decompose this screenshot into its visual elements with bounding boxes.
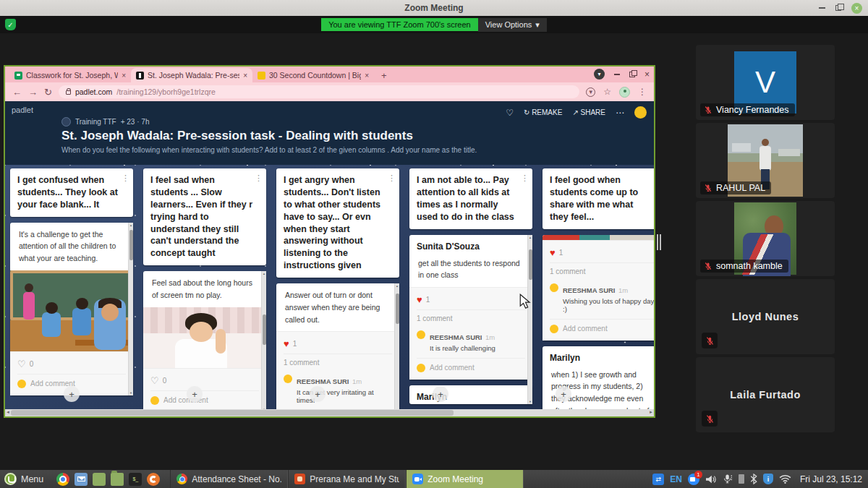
- wifi-icon[interactable]: [779, 474, 791, 484]
- add-post-button[interactable]: +: [556, 386, 571, 402]
- tab-close-icon[interactable]: ×: [122, 72, 126, 80]
- participant-tile-somnath[interactable]: somnath kamble: [696, 201, 835, 276]
- participant-tile-laila[interactable]: Laila Furtado: [696, 357, 835, 432]
- taskbar-window-attendance[interactable]: Attendance Sheet - No...: [170, 470, 288, 488]
- column-menu-icon[interactable]: ⋮: [122, 173, 129, 184]
- column-menu-icon[interactable]: ⋮: [255, 173, 263, 184]
- scroll-right-icon[interactable]: ►: [649, 410, 653, 414]
- install-page-icon[interactable]: ▼: [586, 87, 595, 97]
- restore-icon[interactable]: [835, 5, 841, 11]
- participant-tile-rahul[interactable]: RAHUL PAL: [696, 123, 835, 198]
- taskbar-clock[interactable]: Fri Jul 23, 15:12: [797, 474, 862, 484]
- scroll-left-icon[interactable]: ◄: [6, 410, 10, 414]
- horizontal-scrollbar[interactable]: ◄ ►: [5, 409, 654, 416]
- new-tab-button[interactable]: +: [374, 70, 394, 82]
- add-post-button[interactable]: +: [64, 386, 80, 402]
- close-icon[interactable]: ×: [851, 3, 862, 14]
- mail-launcher-icon[interactable]: [75, 473, 88, 486]
- forward-icon[interactable]: →: [28, 87, 38, 98]
- column-menu-icon[interactable]: ⋮: [388, 173, 396, 184]
- tab-classwork[interactable]: Classwork for St. Joseph, Wada ×: [9, 68, 131, 82]
- reload-icon[interactable]: ↻: [44, 87, 52, 98]
- share-button[interactable]: ↗ SHARE: [572, 108, 605, 116]
- comment-author: REESHMA SURI: [430, 333, 482, 341]
- url-bar[interactable]: padlet.com /training129/yborh9ge1trlzqre: [59, 85, 579, 98]
- scrollbar-thumb[interactable]: [11, 410, 454, 416]
- scrollbar-thumb[interactable]: [129, 230, 133, 260]
- column-header-card[interactable]: I get angry when students... Don't liste…: [276, 168, 399, 278]
- view-options-button[interactable]: View Options ▾: [478, 18, 547, 32]
- scroll-up-icon[interactable]: ▲: [395, 284, 399, 288]
- like-button[interactable]: ♥ 1: [284, 336, 392, 354]
- tab-close-icon[interactable]: ×: [365, 72, 369, 80]
- terminal-icon[interactable]: $_: [129, 473, 142, 486]
- muted-mic-icon: [704, 184, 712, 192]
- like-button[interactable]: ♥ 1: [550, 245, 654, 262]
- like-button[interactable]: ♡ 0: [17, 356, 126, 374]
- user-avatar[interactable]: [634, 106, 647, 119]
- add-post-button[interactable]: +: [187, 386, 203, 402]
- panel-divider-handle[interactable]: [656, 234, 662, 250]
- taskbar-window-prerana[interactable]: Prerana Me and My Stu...: [288, 470, 406, 488]
- scrollbar-thumb[interactable]: [396, 294, 399, 324]
- tab-countdown[interactable]: 30 Second Countdown | Big Ti ×: [252, 68, 374, 82]
- back-icon[interactable]: ←: [12, 87, 22, 98]
- app-launcher-icon[interactable]: [93, 473, 106, 486]
- post-card[interactable]: ♥ 1 1 comment REESHMA SURI 1m: [542, 235, 654, 341]
- chrome-launcher-icon[interactable]: [56, 473, 69, 486]
- heart-outline-icon: ♡: [150, 375, 159, 386]
- minimize-icon[interactable]: [819, 7, 825, 9]
- notification-badge: 1: [694, 471, 702, 479]
- file-manager-icon[interactable]: [111, 473, 124, 486]
- post-card[interactable]: Sunita D'Souza get all the students to r…: [409, 235, 532, 380]
- bluetooth-icon[interactable]: [750, 474, 757, 484]
- like-button[interactable]: ♥ 1: [417, 292, 525, 309]
- browser-menu-icon[interactable]: ⋮: [638, 87, 647, 97]
- column-header-card[interactable]: I feel good when students come up to sha…: [542, 168, 654, 229]
- more-menu-icon[interactable]: ⋯: [616, 108, 624, 118]
- padlet-board: I get confused when students... They loo…: [5, 165, 654, 409]
- participant-tile-lloyd[interactable]: Lloyd Nunes: [696, 279, 835, 354]
- scroll-up-icon[interactable]: ▲: [262, 272, 266, 275]
- column-header-card[interactable]: I get confused when students... They loo…: [10, 168, 133, 217]
- browser-minimize-icon[interactable]: [614, 74, 620, 75]
- browser-restore-icon[interactable]: [629, 72, 635, 77]
- column-header-card[interactable]: I feel sad when students ... Slow learne…: [143, 168, 266, 265]
- column-scrollbar[interactable]: ▲ ▼: [128, 223, 133, 395]
- volume-icon[interactable]: [705, 474, 717, 484]
- scroll-up-icon[interactable]: ▲: [129, 223, 133, 227]
- scroll-up-icon[interactable]: ▲: [528, 236, 532, 239]
- taskbar-window-zoom-active[interactable]: Zoom Meeting: [406, 470, 524, 488]
- padlet-logo[interactable]: padlet: [12, 106, 33, 114]
- add-comment-row[interactable]: Add comment: [550, 319, 654, 335]
- add-post-button[interactable]: +: [310, 386, 326, 402]
- viewing-screen-banner: You are viewing TTF Zoom 700's screen: [321, 18, 478, 31]
- comment-count: 1 comment: [417, 309, 525, 327]
- update-shield-icon[interactable]: i: [763, 474, 773, 484]
- bookmark-star-icon[interactable]: ☆: [603, 87, 611, 97]
- tab-close-icon[interactable]: ×: [243, 72, 247, 80]
- browser-close-icon[interactable]: ×: [644, 70, 650, 79]
- remake-button[interactable]: ↻ REMAKE: [524, 108, 562, 116]
- like-board-icon[interactable]: ♡: [506, 108, 514, 118]
- tab-padlet-active[interactable]: St. Joseph Wadala: Pre-session ×: [131, 68, 252, 82]
- participant-tile-viancy[interactable]: V Viancy Fernandes: [696, 45, 835, 120]
- scrollbar-thumb[interactable]: [529, 249, 532, 280]
- post-card[interactable]: It's a challenge to get the attention of…: [10, 223, 133, 395]
- column-header-text: I feel good when students come up to sha…: [550, 175, 638, 222]
- battery-icon[interactable]: [739, 474, 744, 484]
- teamviewer-icon[interactable]: ⇄: [652, 474, 664, 485]
- zoom-tray-icon[interactable]: 1: [688, 474, 699, 485]
- browser-profile-avatar[interactable]: [619, 87, 630, 98]
- menu-button[interactable]: Menu: [0, 470, 51, 488]
- chrome-update-icon[interactable]: ▾: [594, 69, 605, 80]
- column-menu-icon[interactable]: ⋮: [521, 173, 529, 184]
- add-post-button[interactable]: +: [433, 386, 448, 402]
- column-header-card[interactable]: I am not able to... Pay attention to all…: [409, 168, 532, 229]
- browser-launcher-icon[interactable]: [147, 473, 160, 486]
- keyboard-layout[interactable]: EN: [670, 474, 682, 484]
- microphone-icon[interactable]: [723, 474, 733, 484]
- column-scrollbar[interactable]: ▲ ▼: [527, 235, 532, 405]
- add-comment-row[interactable]: Add comment: [417, 358, 525, 374]
- scrollbar-thumb[interactable]: [263, 314, 266, 345]
